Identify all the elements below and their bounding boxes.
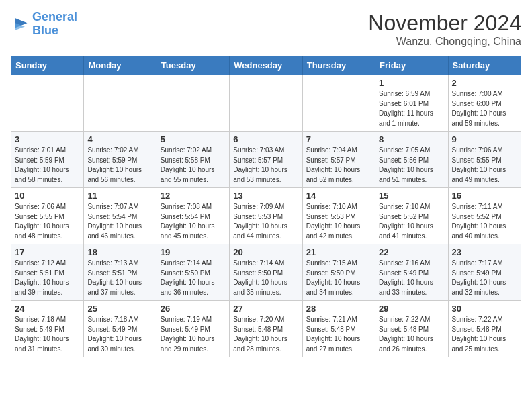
day-info: Sunrise: 7:07 AM Sunset: 5:54 PM Dayligh… [87, 202, 152, 241]
day-info: Sunrise: 7:08 AM Sunset: 5:54 PM Dayligh… [161, 202, 226, 241]
day-number: 14 [306, 191, 371, 201]
col-header-sunday: Sunday [11, 56, 84, 75]
calendar-cell: 22Sunrise: 7:16 AM Sunset: 5:49 PM Dayli… [375, 244, 448, 301]
logo-icon [11, 15, 30, 34]
day-info: Sunrise: 7:02 AM Sunset: 5:59 PM Dayligh… [87, 146, 152, 185]
calendar-cell [302, 75, 375, 132]
calendar-cell: 11Sunrise: 7:07 AM Sunset: 5:54 PM Dayli… [84, 188, 157, 244]
calendar-cell: 16Sunrise: 7:11 AM Sunset: 5:52 PM Dayli… [448, 188, 521, 244]
calendar-cell: 10Sunrise: 7:06 AM Sunset: 5:55 PM Dayli… [11, 188, 84, 244]
calendar-cell: 21Sunrise: 7:15 AM Sunset: 5:50 PM Dayli… [302, 244, 375, 301]
day-info: Sunrise: 7:01 AM Sunset: 5:59 PM Dayligh… [15, 146, 80, 185]
calendar-cell: 26Sunrise: 7:19 AM Sunset: 5:49 PM Dayli… [157, 301, 229, 357]
page-header: General Blue November 2024 Wanzu, Chongq… [11, 11, 521, 48]
day-number: 8 [379, 134, 444, 144]
calendar-cell: 8Sunrise: 7:05 AM Sunset: 5:56 PM Daylig… [375, 132, 448, 188]
day-number: 20 [233, 247, 298, 257]
day-number: 7 [306, 134, 371, 144]
logo: General Blue [11, 11, 77, 38]
day-number: 15 [379, 191, 444, 201]
day-number: 9 [452, 134, 517, 144]
calendar-cell: 14Sunrise: 7:10 AM Sunset: 5:53 PM Dayli… [302, 188, 375, 244]
calendar-table: SundayMondayTuesdayWednesdayThursdayFrid… [11, 56, 521, 357]
col-header-friday: Friday [375, 56, 448, 75]
calendar-cell: 27Sunrise: 7:20 AM Sunset: 5:48 PM Dayli… [230, 301, 302, 357]
day-info: Sunrise: 7:17 AM Sunset: 5:49 PM Dayligh… [452, 259, 517, 298]
day-number: 4 [87, 134, 152, 144]
day-number: 30 [452, 304, 517, 314]
calendar-cell: 25Sunrise: 7:18 AM Sunset: 5:49 PM Dayli… [84, 301, 157, 357]
day-number: 25 [87, 304, 152, 314]
day-info: Sunrise: 7:14 AM Sunset: 5:50 PM Dayligh… [233, 259, 298, 298]
day-number: 28 [306, 304, 371, 314]
calendar-cell [11, 75, 84, 132]
calendar-cell: 1Sunrise: 6:59 AM Sunset: 6:01 PM Daylig… [375, 75, 448, 132]
day-number: 17 [15, 247, 80, 257]
calendar-week-4: 17Sunrise: 7:12 AM Sunset: 5:51 PM Dayli… [11, 244, 521, 301]
calendar-cell: 24Sunrise: 7:18 AM Sunset: 5:49 PM Dayli… [11, 301, 84, 357]
calendar-cell: 5Sunrise: 7:02 AM Sunset: 5:58 PM Daylig… [157, 132, 229, 188]
day-info: Sunrise: 7:13 AM Sunset: 5:51 PM Dayligh… [87, 259, 152, 298]
calendar-cell: 19Sunrise: 7:14 AM Sunset: 5:50 PM Dayli… [157, 244, 229, 301]
day-info: Sunrise: 7:16 AM Sunset: 5:49 PM Dayligh… [379, 259, 444, 298]
day-info: Sunrise: 7:09 AM Sunset: 5:53 PM Dayligh… [233, 202, 298, 241]
day-info: Sunrise: 7:19 AM Sunset: 5:49 PM Dayligh… [161, 315, 226, 354]
calendar-cell: 7Sunrise: 7:04 AM Sunset: 5:57 PM Daylig… [302, 132, 375, 188]
logo-text: General Blue [32, 11, 77, 38]
calendar-cell: 6Sunrise: 7:03 AM Sunset: 5:57 PM Daylig… [230, 132, 302, 188]
calendar-week-2: 3Sunrise: 7:01 AM Sunset: 5:59 PM Daylig… [11, 132, 521, 188]
day-info: Sunrise: 7:11 AM Sunset: 5:52 PM Dayligh… [452, 202, 517, 241]
calendar-cell [84, 75, 157, 132]
day-info: Sunrise: 7:10 AM Sunset: 5:53 PM Dayligh… [306, 202, 371, 241]
day-number: 11 [87, 191, 152, 201]
day-number: 26 [161, 304, 226, 314]
day-info: Sunrise: 7:15 AM Sunset: 5:50 PM Dayligh… [306, 259, 371, 298]
calendar-cell: 17Sunrise: 7:12 AM Sunset: 5:51 PM Dayli… [11, 244, 84, 301]
day-number: 24 [15, 304, 80, 314]
calendar-cell: 2Sunrise: 7:00 AM Sunset: 6:00 PM Daylig… [448, 75, 521, 132]
calendar-week-1: 1Sunrise: 6:59 AM Sunset: 6:01 PM Daylig… [11, 75, 521, 132]
day-number: 3 [15, 134, 80, 144]
location-subtitle: Wanzu, Chongqing, China [368, 36, 521, 48]
calendar-cell: 18Sunrise: 7:13 AM Sunset: 5:51 PM Dayli… [84, 244, 157, 301]
calendar-cell: 23Sunrise: 7:17 AM Sunset: 5:49 PM Dayli… [448, 244, 521, 301]
calendar-cell: 9Sunrise: 7:06 AM Sunset: 5:55 PM Daylig… [448, 132, 521, 188]
day-info: Sunrise: 7:14 AM Sunset: 5:50 PM Dayligh… [161, 259, 226, 298]
day-info: Sunrise: 7:05 AM Sunset: 5:56 PM Dayligh… [379, 146, 444, 185]
day-info: Sunrise: 7:18 AM Sunset: 5:49 PM Dayligh… [15, 315, 80, 354]
day-info: Sunrise: 7:06 AM Sunset: 5:55 PM Dayligh… [452, 146, 517, 185]
calendar-cell: 4Sunrise: 7:02 AM Sunset: 5:59 PM Daylig… [84, 132, 157, 188]
calendar-cell: 29Sunrise: 7:22 AM Sunset: 5:48 PM Dayli… [375, 301, 448, 357]
day-info: Sunrise: 6:59 AM Sunset: 6:01 PM Dayligh… [379, 89, 444, 128]
day-info: Sunrise: 7:10 AM Sunset: 5:52 PM Dayligh… [379, 202, 444, 241]
calendar-cell: 30Sunrise: 7:22 AM Sunset: 5:48 PM Dayli… [448, 301, 521, 357]
day-number: 12 [161, 191, 226, 201]
day-info: Sunrise: 7:18 AM Sunset: 5:49 PM Dayligh… [87, 315, 152, 354]
calendar-cell [230, 75, 302, 132]
calendar-week-5: 24Sunrise: 7:18 AM Sunset: 5:49 PM Dayli… [11, 301, 521, 357]
calendar-cell: 13Sunrise: 7:09 AM Sunset: 5:53 PM Dayli… [230, 188, 302, 244]
calendar-cell: 15Sunrise: 7:10 AM Sunset: 5:52 PM Dayli… [375, 188, 448, 244]
day-number: 29 [379, 304, 444, 314]
col-header-tuesday: Tuesday [157, 56, 229, 75]
logo-line2: Blue [32, 24, 58, 37]
day-info: Sunrise: 7:22 AM Sunset: 5:48 PM Dayligh… [379, 315, 444, 354]
calendar-cell: 28Sunrise: 7:21 AM Sunset: 5:48 PM Dayli… [302, 301, 375, 357]
day-number: 10 [15, 191, 80, 201]
day-number: 5 [161, 134, 226, 144]
day-info: Sunrise: 7:03 AM Sunset: 5:57 PM Dayligh… [233, 146, 298, 185]
calendar-week-3: 10Sunrise: 7:06 AM Sunset: 5:55 PM Dayli… [11, 188, 521, 244]
day-info: Sunrise: 7:00 AM Sunset: 6:00 PM Dayligh… [452, 89, 517, 128]
day-number: 18 [87, 247, 152, 257]
col-header-monday: Monday [84, 56, 157, 75]
day-number: 22 [379, 247, 444, 257]
day-info: Sunrise: 7:02 AM Sunset: 5:58 PM Dayligh… [161, 146, 226, 185]
calendar-header-row: SundayMondayTuesdayWednesdayThursdayFrid… [11, 56, 521, 75]
day-number: 6 [233, 134, 298, 144]
day-info: Sunrise: 7:22 AM Sunset: 5:48 PM Dayligh… [452, 315, 517, 354]
day-number: 19 [161, 247, 226, 257]
month-title: November 2024 [368, 11, 521, 36]
col-header-thursday: Thursday [302, 56, 375, 75]
day-info: Sunrise: 7:21 AM Sunset: 5:48 PM Dayligh… [306, 315, 371, 354]
day-number: 23 [452, 247, 517, 257]
